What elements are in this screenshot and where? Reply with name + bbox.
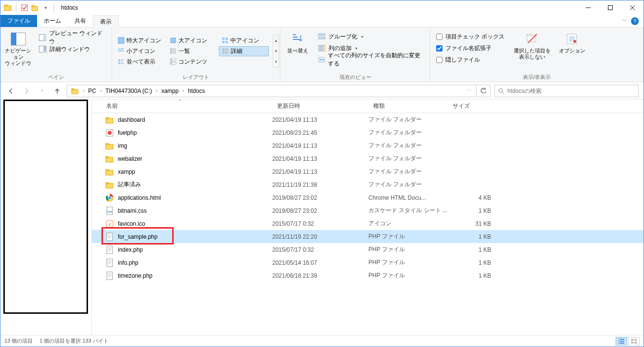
file-date: 2021/11/19 22:20 [272,233,368,240]
file-row[interactable]: applications.html2019/08/27 23:02Chrome … [92,191,644,204]
file-name: bitnami.css [118,207,147,214]
check-item-checkboxes[interactable]: 項目チェック ボックス [433,31,507,42]
up-button[interactable] [51,85,63,97]
file-type: PHP ファイル [368,232,448,241]
collapse-ribbon-icon[interactable]: ﹀ [622,18,627,25]
navigation-pane[interactable] [0,100,92,335]
layout-medium[interactable]: 中アイコン [219,36,269,45]
layout-tiles[interactable]: 並べて表示 [115,57,165,66]
details-pane-button[interactable]: 詳細ウィンドウ [36,44,109,54]
folder-icon [105,167,114,176]
breadcrumb-htdocs[interactable]: htdocs [186,88,207,94]
chevron-right-icon[interactable]: › [99,88,102,93]
svg-rect-38 [223,51,224,51]
svg-rect-101 [107,272,113,280]
file-date: 2021/06/18 21:39 [272,272,368,279]
file-row[interactable]: cssbitnami.css2019/08/27 23:02カスケード スタイル… [92,204,644,217]
file-row[interactable]: info.php2021/05/14 16:07PHP ファイル1 KB [92,256,644,269]
file-date: 2021/05/14 16:07 [272,259,368,266]
svg-rect-59 [323,45,325,51]
file-type: ファイル フォルダー [368,180,448,189]
tab-home[interactable]: ホーム [37,15,68,27]
file-type: PHP ファイル [368,258,448,267]
help-icon[interactable]: ? [631,17,639,25]
php-icon [105,258,114,267]
file-row[interactable]: 記事済み2021/11/19 21:38ファイル フォルダー [92,178,644,191]
file-name: favicon.ico [118,220,145,227]
layout-extra-large[interactable]: 特大アイコン [115,36,165,45]
file-name: 記事済み [118,180,141,189]
layout-content[interactable]: コンテンツ [167,57,217,66]
file-row[interactable]: index.php2015/07/17 0:32PHP ファイル1 KB [92,243,644,256]
file-row[interactable]: xampp2021/04/19 11:13ファイル フォルダー [92,165,644,178]
close-button[interactable] [621,0,644,15]
maximize-button[interactable] [599,0,621,15]
css-icon: css [105,206,114,215]
breadcrumb-dropdown-icon[interactable]: ﹀ [464,88,474,94]
svg-rect-44 [121,61,123,61]
tab-file[interactable]: ファイル [0,15,37,27]
qat-dropdown-icon[interactable]: ▼ [41,3,50,12]
layout-large[interactable]: 大アイコン [167,36,217,45]
options-button[interactable]: オプション [556,29,587,54]
file-row[interactable]: fuelphp2021/08/23 21:45ファイル フォルダー [92,126,644,139]
sort-button[interactable]: 並べ替え [283,29,312,54]
file-row[interactable]: img2021/04/19 11:13ファイル フォルダー [92,139,644,152]
svg-rect-46 [121,63,124,63]
search-input[interactable] [507,88,635,94]
qat-properties-icon[interactable] [20,3,29,12]
file-row[interactable]: webalizer2021/04/19 11:13ファイル フォルダー [92,152,644,165]
check-file-ext[interactable]: ファイル名拡張子 [433,43,507,53]
autofit-columns-button[interactable]: すべての列のサイズを自動的に変更する [315,54,427,65]
column-size[interactable]: サイズ [448,100,496,113]
back-button[interactable] [5,85,17,97]
breadcrumb[interactable]: › PC › TIH0447300A (C:) › xampp › htdocs… [67,85,477,97]
svg-rect-10 [11,33,16,45]
view-details-button[interactable] [616,337,627,346]
check-hidden-files[interactable]: 隠しファイル [433,54,507,65]
search-box[interactable] [494,85,639,97]
file-row[interactable]: Xfavicon.ico2015/07/17 0:32アイコン31 KB [92,217,644,230]
breadcrumb-root-icon[interactable] [69,87,81,95]
file-row[interactable]: timezone.php2021/06/18 21:39PHP ファイル1 KB [92,269,644,282]
address-bar: ▾ › PC › TIH0447300A (C:) › xampp › htdo… [0,82,644,100]
file-date: 2015/07/17 0:32 [272,246,368,253]
layout-list[interactable]: 一覧 [167,46,217,56]
file-date: 2021/08/23 21:45 [272,129,368,136]
file-row[interactable]: dashboard2021/04/19 11:13ファイル フォルダー [92,113,644,126]
nav-pane-button[interactable]: ナビゲーション ウィンドウ [3,29,33,67]
chevron-right-icon[interactable]: › [181,88,185,93]
column-date[interactable]: 更新日時 [272,100,368,113]
tab-view[interactable]: 表示 [93,15,119,27]
sort-indicator-icon: ⌃ [178,100,182,103]
svg-rect-1 [4,5,7,6]
breadcrumb-pc[interactable]: PC [86,88,98,94]
hide-selected-button[interactable]: 選択した項目を 表示しない [510,29,554,60]
breadcrumb-xampp[interactable]: xampp [159,88,180,94]
tab-share[interactable]: 共有 [68,15,93,27]
minimize-button[interactable] [577,0,599,15]
view-large-button[interactable] [628,337,640,346]
refresh-button[interactable] [476,85,491,97]
breadcrumb-drive[interactable]: TIH0447300A (C:) [103,88,154,94]
svg-rect-56 [318,37,325,39]
forward-button[interactable] [21,85,32,97]
svg-rect-29 [122,50,124,51]
column-name[interactable]: 名前 [92,100,272,113]
svg-rect-21 [226,38,228,40]
svg-rect-52 [293,34,296,35]
fuel-icon [105,129,114,137]
layout-details[interactable]: 詳細 [219,46,269,56]
layout-scroll[interactable]: ▲ ▼ ▾ [273,35,279,67]
qat-newfolder-icon[interactable] [31,3,39,12]
file-row[interactable]: for_sample.php2021/11/19 22:20PHP ファイル1 … [92,230,644,243]
group-by-button[interactable]: グループ化▾ [315,31,427,42]
column-type[interactable]: 種類 [368,100,448,113]
chevron-right-icon[interactable]: › [82,88,85,93]
svg-rect-36 [223,49,224,50]
chevron-right-icon[interactable]: › [155,88,158,93]
preview-pane-button[interactable]: プレビュー ウィンドウ [36,32,109,43]
layout-small[interactable]: 小アイコン [115,46,165,56]
svg-rect-113 [631,342,633,344]
recent-dropdown-icon[interactable]: ▾ [36,85,48,97]
